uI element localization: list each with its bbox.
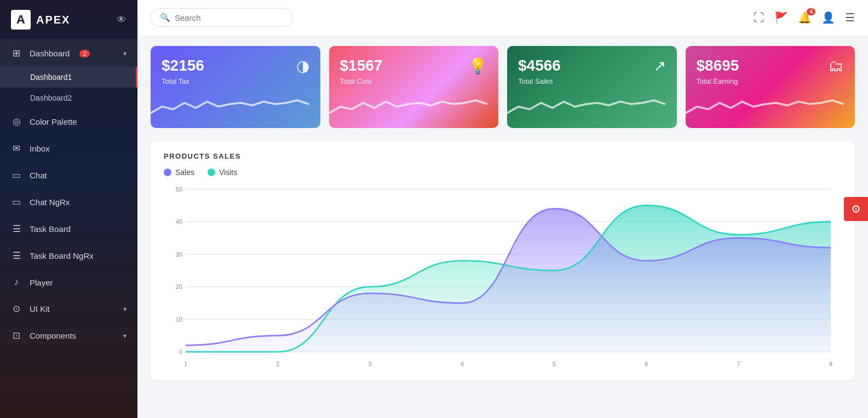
stat-sparkline-total-earning <box>686 88 855 128</box>
nav-icon-task-board: ☰ <box>11 223 22 235</box>
search-icon: 🔍 <box>160 13 170 22</box>
sidebar-item-inbox[interactable]: ✉ Inbox <box>0 135 137 162</box>
logo-text: APEX <box>36 14 70 26</box>
svg-text:4: 4 <box>461 360 464 367</box>
sidebar-item-dashboard[interactable]: ⊞ Dashboard 2 ▾ <box>0 40 137 67</box>
nav-label-ui-kit: UI Kit <box>30 304 50 314</box>
legend-visits: Visits <box>208 168 237 177</box>
flag-button[interactable]: 🚩 <box>774 11 788 24</box>
sidebar-item-dashboard2[interactable]: Dashboard2 <box>0 88 137 108</box>
notifications-button[interactable]: 🔔 4 <box>798 11 812 24</box>
stat-amount-total-tax: $2156 <box>162 57 204 74</box>
notification-badge: 4 <box>807 8 815 15</box>
nav-label-chat-ngrx: Chat NgRx <box>30 198 70 207</box>
header-actions: ⛶ 🚩 🔔 4 👤 ☰ <box>754 11 855 24</box>
eye-icon[interactable]: 👁 <box>117 14 127 26</box>
sidebar-item-task-board[interactable]: ☰ Task Board <box>0 216 137 242</box>
settings-icon: ⚙ <box>851 202 861 216</box>
nav-badge-dashboard: 2 <box>79 50 89 57</box>
legend-sales: Sales <box>164 168 194 177</box>
search-input[interactable] <box>175 13 284 22</box>
header: 🔍 ⛶ 🚩 🔔 4 👤 ☰ <box>137 0 868 35</box>
svg-text:6: 6 <box>645 360 648 367</box>
chart-legend: Sales Visits <box>164 168 842 177</box>
user-icon: 👤 <box>821 11 835 24</box>
user-button[interactable]: 👤 <box>821 11 835 24</box>
svg-text:10: 10 <box>176 316 182 323</box>
sidebar-item-task-board-ngrx[interactable]: ☰ Task Board NgRx <box>0 242 137 269</box>
sidebar-item-color-palette[interactable]: ◎ Color Palette <box>0 108 137 135</box>
nav-label-player: Player <box>30 278 53 287</box>
stat-sparkline-total-tax <box>151 88 320 128</box>
svg-text:2: 2 <box>276 360 279 367</box>
svg-text:7: 7 <box>737 360 740 367</box>
nav-icon-ui-kit: ⊙ <box>11 303 22 315</box>
stat-card-top-total-earning: $8695 🗂 <box>697 57 844 75</box>
stat-card-top-total-tax: $2156 ◑ <box>162 57 309 75</box>
stat-card-top-total-sales: $4566 ↗ <box>518 57 666 75</box>
nav-icon-inbox: ✉ <box>11 143 22 154</box>
nav-icon-chat: ▭ <box>11 170 22 181</box>
stat-card-total-tax: $2156 ◑ Total Tax <box>151 46 320 128</box>
flag-icon: 🚩 <box>774 11 788 24</box>
stat-icon-total-cost: 💡 <box>468 57 487 75</box>
nav-icon-chat-ngrx: ▭ <box>11 196 22 208</box>
chart-area: 0102030405012345678 <box>164 183 842 369</box>
nav-icon-color-palette: ◎ <box>11 116 22 127</box>
legend-label-visits: Visits <box>219 168 237 177</box>
sidebar-logo: A APEX 👁 <box>0 0 137 40</box>
svg-text:0: 0 <box>179 349 182 355</box>
content-area: $2156 ◑ Total Tax $1567 💡 Total Cost $45… <box>137 35 868 418</box>
svg-text:1: 1 <box>184 360 187 367</box>
stat-card-total-cost: $1567 💡 Total Cost <box>329 46 499 128</box>
stat-icon-total-tax: ◑ <box>296 57 309 75</box>
nav-label-inbox: Inbox <box>30 144 50 153</box>
svg-text:40: 40 <box>176 218 182 225</box>
menu-button[interactable]: ☰ <box>845 11 855 24</box>
stat-amount-total-cost: $1567 <box>340 57 383 74</box>
sidebar-item-dashboard1[interactable]: Dashboard1 <box>0 67 137 88</box>
logo-letter: A <box>11 10 31 30</box>
sidebar-item-ui-kit[interactable]: ⊙ UI Kit ▾ <box>0 295 137 322</box>
nav-label-task-board-ngrx: Task Board NgRx <box>30 251 94 260</box>
chevron-icon-components: ▾ <box>123 332 127 340</box>
nav-icon-player: ♪ <box>11 277 22 288</box>
search-box[interactable]: 🔍 <box>151 8 293 27</box>
stat-amount-total-earning: $8695 <box>697 57 739 74</box>
hamburger-icon: ☰ <box>845 11 855 24</box>
nav-icon-components: ⊡ <box>11 330 22 341</box>
area-chart-svg: 0102030405012345678 <box>164 183 842 369</box>
chart-section: PRODUCTS SALES Sales Visits 010203040501… <box>151 141 855 380</box>
sidebar-item-chat[interactable]: ▭ Chat <box>0 162 137 189</box>
stat-card-total-earning: $8695 🗂 Total Earning <box>686 46 855 128</box>
nav-icon-dashboard: ⊞ <box>11 48 22 59</box>
stat-amount-total-sales: $4566 <box>518 57 561 74</box>
legend-dot-sales <box>164 169 171 176</box>
svg-text:50: 50 <box>176 186 182 193</box>
stat-card-total-sales: $4566 ↗ Total Sales <box>507 46 677 128</box>
svg-text:5: 5 <box>553 360 556 367</box>
svg-text:30: 30 <box>176 251 182 258</box>
floating-settings-button[interactable]: ⚙ <box>844 197 868 221</box>
stat-sparkline-total-sales <box>507 88 677 128</box>
nav-label-chat: Chat <box>30 171 47 180</box>
nav-label-task-board: Task Board <box>30 224 71 234</box>
stat-icon-total-earning: 🗂 <box>829 57 844 75</box>
stat-icon-total-sales: ↗ <box>653 57 666 75</box>
stat-label-total-earning: Total Earning <box>697 77 844 85</box>
nav-label-components: Components <box>30 331 76 340</box>
legend-dot-visits <box>208 169 215 176</box>
chevron-icon-ui-kit: ▾ <box>123 305 127 313</box>
nav-icon-task-board-ngrx: ☰ <box>11 250 22 262</box>
sidebar-item-components[interactable]: ⊡ Components ▾ <box>0 322 137 349</box>
stat-label-total-cost: Total Cost <box>340 77 488 85</box>
sidebar-item-chat-ngrx[interactable]: ▭ Chat NgRx <box>0 189 137 216</box>
fullscreen-button[interactable]: ⛶ <box>754 11 764 24</box>
stat-sparkline-total-cost <box>329 88 499 128</box>
sidebar: A APEX 👁 ⊞ Dashboard 2 ▾ Dashboard1Dashb… <box>0 0 137 418</box>
sidebar-item-player[interactable]: ♪ Player <box>0 269 137 295</box>
main-area: 🔍 ⛶ 🚩 🔔 4 👤 ☰ $2156 <box>137 0 868 418</box>
stat-cards: $2156 ◑ Total Tax $1567 💡 Total Cost $45… <box>151 46 855 128</box>
fullscreen-icon: ⛶ <box>754 11 764 24</box>
legend-label-sales: Sales <box>175 168 194 177</box>
